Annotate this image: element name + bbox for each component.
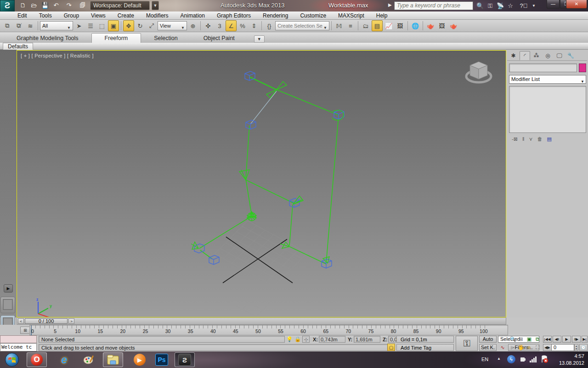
taskbar-opera-icon[interactable]: O (27, 352, 47, 367)
time-slider-handle[interactable]: 0 / 100 (25, 318, 68, 324)
menu-views[interactable]: Views (91, 12, 106, 19)
select-region-icon[interactable]: ⌲ (509, 344, 516, 351)
pin-stack-icon[interactable]: -⊠ (512, 136, 518, 142)
frame-spinner[interactable]: ▲▼ (574, 344, 578, 351)
minimize-button[interactable]: — (547, 0, 560, 9)
language-indicator[interactable]: EN (481, 356, 488, 362)
modifier-stack-list[interactable] (509, 86, 586, 133)
menu-maxscript[interactable]: MAXScript (338, 12, 364, 19)
configure-modifier-sets-icon[interactable]: ▤ (547, 136, 552, 142)
default-in-out-tangent-icon[interactable]: ∿ (498, 344, 507, 351)
zoom-extents-icon[interactable]: ▣ (526, 336, 533, 343)
tray-network-icon[interactable] (529, 356, 537, 363)
auto-key-button[interactable]: Auto (479, 336, 497, 343)
communication-center-icon[interactable]: 📡 (496, 1, 505, 10)
help-caret-icon[interactable]: ▼ (529, 1, 538, 10)
current-frame-field[interactable]: 0 (551, 344, 574, 351)
window-crossing-toggle-icon[interactable]: ▣ (108, 20, 119, 31)
spinner-snap-toggle-icon[interactable]: ⇕ (249, 20, 260, 31)
keyhole-icon[interactable]: ⚿ (486, 1, 495, 10)
menu-animation[interactable]: Animation (181, 12, 205, 19)
select-and-move-icon[interactable]: ✥ (123, 20, 134, 31)
ribbon-toggle-icon[interactable]: ▤ (372, 20, 383, 31)
reference-coordinate-dropdown[interactable]: View (158, 21, 187, 30)
align-icon[interactable]: ≡ (345, 20, 356, 31)
favorites-star-icon[interactable]: ☆ (506, 1, 515, 10)
percent-snap-toggle-icon[interactable]: % (237, 20, 248, 31)
motion-tab-icon[interactable]: ◎ (543, 51, 553, 60)
infocenter-search-input[interactable]: Type a keyword or phrase (394, 1, 473, 10)
pan-hand-icon[interactable]: 🖐 (517, 344, 525, 351)
render-production-icon[interactable]: 🫖 (448, 20, 459, 31)
tray-action-center-icon[interactable] (540, 355, 548, 363)
maximize-viewport-toggle-icon[interactable]: ⛶ (534, 344, 541, 351)
menu-create[interactable]: Create (118, 12, 134, 19)
modify-tab-icon[interactable]: ◜ (520, 51, 530, 60)
hierarchy-tab-icon[interactable]: ⁂ (531, 51, 542, 60)
taskbar-explorer-icon[interactable] (103, 352, 123, 367)
ribbon-minimize-dropdown-icon[interactable]: ▼ (254, 35, 265, 43)
rendered-frame-window-icon[interactable]: 🖼 (436, 20, 447, 31)
show-end-result-icon[interactable]: ‖ (522, 136, 525, 142)
select-and-scale-icon[interactable]: ⤢ (146, 20, 157, 31)
taskbar-media-player-icon[interactable]: ▶ (130, 352, 150, 367)
ribbon-tab-freeform[interactable]: Freeform (91, 33, 141, 43)
ribbon-tab-selection[interactable]: Selection (141, 34, 190, 43)
tray-clock[interactable]: 4:57 13.08.2012 (554, 353, 584, 367)
absolute-offset-toggle-icon[interactable]: ⊹ (302, 336, 310, 343)
isolate-selection-toggle-icon[interactable]: ▢ (387, 344, 395, 351)
tray-power-icon[interactable] (519, 356, 526, 363)
remove-modifier-icon[interactable]: 🗑 (537, 136, 543, 142)
display-tab-icon[interactable]: 🖵 (554, 51, 565, 60)
modifier-list-dropdown[interactable]: Modifier List (509, 75, 586, 84)
selection-lock-lightbulb-icon[interactable]: 💡 (286, 336, 293, 343)
play-button[interactable]: ▶ (562, 336, 571, 343)
create-tab-icon[interactable]: ✱ (508, 51, 519, 60)
menu-graph-editors[interactable]: Graph Editors (217, 12, 251, 19)
project-folder-icon[interactable]: 🗐 (78, 1, 87, 10)
select-by-name-icon[interactable]: ☰ (85, 20, 96, 31)
y-coordinate-field[interactable]: 1,691m (354, 336, 380, 343)
previous-frame-button[interactable]: ◀‖ (553, 336, 561, 343)
perspective-viewport[interactable]: [ + ] [ Perspective ] [ Realistic ] (17, 50, 506, 317)
set-key-button[interactable]: Set K. (479, 344, 497, 351)
viewport-layout-flyout-button[interactable]: ▶ (4, 284, 13, 293)
search-icon[interactable]: 🔍 (475, 1, 485, 10)
taskbar-photoshop-icon[interactable]: Ps (152, 352, 172, 367)
zoom-all-icon[interactable]: ⊞ (517, 336, 525, 343)
utilities-tab-icon[interactable]: 🔧 (565, 51, 576, 60)
object-name-field[interactable] (509, 63, 577, 72)
menu-modifiers[interactable]: Modifiers (146, 12, 169, 19)
selection-lock-icon[interactable]: 🔒 (294, 336, 301, 343)
render-setup-icon[interactable]: 🫖 (425, 20, 436, 31)
maxscript-listener-top[interactable] (0, 335, 37, 343)
app-logo-button[interactable]: Ƨ (0, 0, 15, 12)
undo-icon[interactable]: ↶ (51, 1, 61, 10)
menu-customize[interactable]: Customize (300, 12, 326, 19)
taskbar-internet-explorer-icon[interactable]: e (54, 352, 74, 367)
select-and-link-icon[interactable]: ⧉ (2, 20, 13, 31)
show-hidden-icons-arrow[interactable]: ▲ (497, 356, 501, 361)
unlink-selection-icon[interactable]: ⧉̸ (13, 20, 24, 31)
start-button[interactable] (3, 352, 21, 368)
close-button[interactable]: ✕ (566, 0, 587, 9)
set-keys-button[interactable]: ⚿ (456, 336, 478, 351)
snap-toggle-3d-icon[interactable]: 3 (214, 20, 225, 31)
time-slider-track[interactable]: < 0 / 100 > (17, 317, 506, 325)
named-selection-dropdown[interactable]: Create Selection Se (275, 21, 329, 30)
taskbar-3dsmax-icon[interactable]: Ƨ (175, 352, 195, 367)
ribbon-tab-object-paint[interactable]: Object Paint (191, 34, 248, 43)
material-editor-icon[interactable]: 🌐 (410, 20, 421, 31)
time-configuration-icon[interactable]: 🕓 (579, 344, 588, 351)
go-to-start-button[interactable]: |◀◀ (543, 336, 552, 343)
open-file-icon[interactable]: 🗁 (29, 1, 39, 10)
layer-manager-icon[interactable]: 🗂 (360, 20, 371, 31)
redo-icon[interactable]: ↷ (64, 1, 74, 10)
menu-group[interactable]: Group (64, 12, 79, 19)
go-to-end-button[interactable]: ▶| (582, 336, 588, 343)
orbit-icon[interactable]: 🜨 (526, 344, 533, 351)
workspace-dropdown[interactable]: Workspace: Default (90, 1, 150, 10)
bind-to-spacewarp-icon[interactable]: ≋ (25, 20, 36, 31)
infocenter-arrow-icon[interactable]: ▶ (388, 2, 392, 7)
use-pivot-center-icon[interactable]: ⊕ (187, 20, 198, 31)
